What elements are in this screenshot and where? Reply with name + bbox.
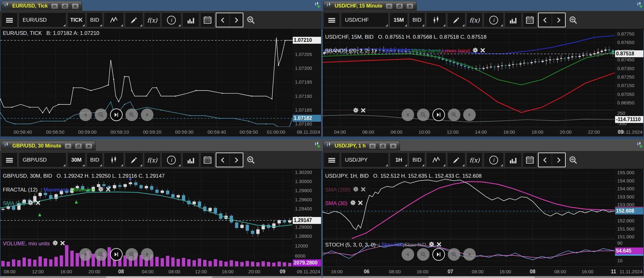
indicator-settings-button[interactable] [28,200,34,207]
calendar-button[interactable] [523,13,537,27]
indicator-settings-button[interactable] [429,241,435,249]
indicator-settings-button[interactable] [98,186,104,194]
draw-tools-button[interactable] [447,153,465,167]
forward-button[interactable] [230,153,243,167]
indicators-button[interactable]: f(x) [144,13,160,27]
close-button[interactable] [406,3,414,9]
menu-button[interactable] [324,153,340,167]
back-button[interactable] [539,13,552,27]
zoom-in-button[interactable] [448,248,460,261]
scrollbar-thumb[interactable] [106,276,213,278]
indicator-remove-button[interactable] [480,48,485,54]
zoom-button[interactable] [244,153,258,167]
minimize-button[interactable] [64,143,72,149]
jump-to-end-button[interactable] [110,248,123,261]
jump-to-end-button[interactable] [432,248,445,261]
scroll-back-button[interactable] [402,248,414,261]
jump-to-end-button[interactable] [110,108,123,121]
chart-type-button[interactable] [426,153,446,167]
indicator-settings-button[interactable] [353,186,359,194]
symbol-select[interactable]: GBP/USD [19,153,66,167]
forward-button[interactable] [552,153,565,167]
new-chart-button[interactable] [636,142,643,150]
scroll-forward-button[interactable] [463,248,476,261]
back-button[interactable] [216,13,230,27]
indicator-settings-button[interactable] [350,200,356,207]
draw-tools-button[interactable] [125,13,143,27]
restore-button[interactable] [61,3,69,9]
menu-button[interactable] [1,13,18,27]
restore-button[interactable] [396,3,403,9]
zoom-button[interactable] [244,13,258,27]
draw-tools-button[interactable] [447,13,465,27]
zoom-button[interactable] [567,13,580,27]
indicators-button[interactable]: f(x) [466,13,483,27]
zoom-in-button[interactable] [125,108,138,121]
scroll-forward-button[interactable] [141,108,153,121]
indicators-button[interactable]: f(x) [466,153,483,167]
window-tab[interactable]: USD/JPY, 1 h [323,141,400,151]
new-chart-button[interactable] [314,2,321,10]
horizontal-scrollbar[interactable] [0,276,322,278]
data-window-button[interactable] [182,153,199,167]
chart-area[interactable]: 155.000154.500154.000153.500153.000152.5… [322,169,644,266]
indicator-remove-button[interactable] [436,242,441,248]
zoom-in-button[interactable] [125,248,138,261]
zoom-in-button[interactable] [448,108,460,121]
info-button[interactable]: i [484,13,504,27]
new-chart-button[interactable] [314,142,321,150]
minimize-button[interactable] [51,3,58,9]
menu-button[interactable] [1,153,18,167]
time-axis[interactable]: 08:0012:0016:0020:000804:0008:0012:0016:… [0,266,322,276]
window-tab[interactable]: EUR/USD, Tick [1,1,82,11]
scroll-back-button[interactable] [79,248,92,261]
restore-button[interactable] [379,143,386,149]
chart-area[interactable]: 0.877500.876500.875500.874500.873500.872… [322,29,644,127]
forward-button[interactable] [230,13,243,27]
period-select[interactable]: 15M [390,13,408,27]
draw-tools-button[interactable] [125,153,143,167]
time-axis[interactable]: 00:58:4000:58:5000:59:0000:59:1000:59:20… [0,127,322,136]
calendar-button[interactable] [200,153,215,167]
info-button[interactable]: i [484,153,504,167]
period-select[interactable]: 1H [390,153,408,167]
zoom-button[interactable] [567,153,580,167]
price-axis[interactable]: 1.302001.300001.298001.296001.294001.292… [292,169,321,266]
data-window-button[interactable] [505,13,522,27]
period-select[interactable]: 30M [67,153,86,167]
menu-button[interactable] [324,13,340,27]
scrollbar-thumb[interactable] [429,276,535,278]
indicator-settings-button[interactable] [52,240,58,247]
window-tab[interactable]: USD/CHF, 15 Minute [323,1,417,11]
minimize-button[interactable] [369,143,376,149]
indicator-settings-button[interactable] [472,47,478,55]
indicator-remove-button[interactable] [358,200,363,207]
close-button[interactable] [72,3,79,9]
period-select[interactable]: TICK [67,13,86,27]
new-chart-button[interactable] [636,2,643,10]
indicator-remove-button[interactable] [36,200,41,207]
chart-type-button[interactable] [104,13,124,27]
symbol-select[interactable]: EUR/USD [19,13,66,27]
zoom-out-button[interactable] [95,248,107,261]
time-axis[interactable]: 04:0006:0008:0010:0012:0014:0016:0018:00… [322,127,644,136]
window-tab[interactable]: GBP/USD, 30 Minute [1,141,96,151]
close-button[interactable] [85,143,92,149]
calendar-button[interactable] [200,13,215,27]
data-window-button[interactable] [182,13,199,27]
price-axis[interactable]: 155.000154.500154.000153.500153.000152.5… [615,169,644,266]
price-type-select[interactable]: BID [86,13,103,27]
price-axis[interactable]: 0.877500.876500.875500.874500.873500.872… [615,29,644,127]
back-button[interactable] [216,153,230,167]
indicator-settings-button[interactable] [353,107,359,115]
indicators-button[interactable]: f(x) [144,153,160,167]
data-window-button[interactable] [505,153,522,167]
zoom-out-button[interactable] [95,108,107,121]
price-type-select[interactable]: BID [409,153,425,167]
close-button[interactable] [390,143,397,149]
jump-to-end-button[interactable] [432,108,445,121]
zoom-out-button[interactable] [417,248,430,261]
chart-type-button[interactable] [104,153,124,167]
info-button[interactable]: i [161,13,181,27]
back-button[interactable] [539,153,552,167]
